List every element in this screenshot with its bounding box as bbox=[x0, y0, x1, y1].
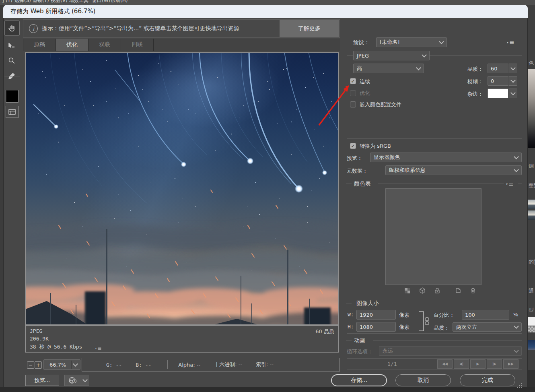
preview-color-value: 显示器颜色 bbox=[374, 154, 400, 161]
link-dimensions-icon[interactable] bbox=[418, 311, 430, 332]
new-color-icon[interactable] bbox=[455, 287, 461, 294]
artwork-night-sky bbox=[26, 53, 338, 324]
preview-in-browser-button[interactable]: 预览... bbox=[25, 375, 59, 386]
color-table-menu-icon[interactable]: ▾≡ bbox=[506, 180, 514, 188]
dither-checker-icon[interactable] bbox=[404, 287, 411, 294]
bg-panel-label: 型 bbox=[529, 307, 535, 314]
info-icon: i bbox=[29, 24, 38, 33]
first-frame-button[interactable]: ◀◀ bbox=[437, 359, 453, 369]
tab-4up[interactable]: 四联 bbox=[121, 39, 154, 51]
resize-grip[interactable] bbox=[517, 387, 518, 388]
bg-gradient-thumbnail bbox=[528, 69, 535, 148]
cancel-button-label: 取消 bbox=[418, 377, 429, 384]
preview-label: 预览： bbox=[347, 155, 362, 162]
menu-item[interactable]: 视图(V) bbox=[51, 0, 68, 4]
bg-white-swatch bbox=[528, 317, 535, 326]
dialog-title-bar[interactable]: 存储为 Web 所用格式 (66.7%) bbox=[3, 5, 528, 18]
blur-stepper[interactable]: 0 bbox=[488, 76, 517, 86]
format-value: JPEG bbox=[357, 53, 369, 59]
chevron-down-icon bbox=[416, 65, 421, 70]
preset-value: [未命名] bbox=[380, 39, 399, 46]
progressive-checkbox[interactable]: ✓ bbox=[350, 78, 356, 84]
width-input[interactable]: 1920 bbox=[356, 310, 396, 320]
matte-dropdown-button[interactable] bbox=[508, 89, 517, 98]
tab-label: 四联 bbox=[132, 41, 143, 48]
compression-quality-dropdown[interactable]: 高 bbox=[353, 64, 424, 73]
save-button[interactable]: 存储... bbox=[331, 374, 387, 386]
toggle-slices-visibility-button[interactable] bbox=[6, 106, 19, 118]
convert-srgb-label: 转换为 sRGB bbox=[360, 142, 391, 150]
quality-stepper[interactable]: 60 bbox=[488, 64, 517, 73]
embed-color-profile-checkbox[interactable] bbox=[350, 101, 356, 107]
blur-stepper-button[interactable] bbox=[508, 76, 517, 86]
next-frame-button[interactable]: |▶ bbox=[487, 359, 502, 369]
bars-glyph: ≡ bbox=[508, 180, 514, 188]
color-table-toolbar bbox=[404, 287, 476, 294]
width-unit: 像素 bbox=[399, 312, 409, 319]
height-input[interactable]: 1080 bbox=[356, 322, 396, 332]
hand-tool-button[interactable] bbox=[4, 21, 20, 36]
zoom-out-button[interactable]: − bbox=[27, 361, 34, 369]
loop-options-value: 永远 bbox=[383, 347, 393, 355]
format-dropdown[interactable]: JPEG bbox=[353, 51, 430, 60]
convert-srgb-checkbox[interactable]: ✓ bbox=[350, 143, 356, 149]
decor-line bbox=[373, 340, 522, 341]
web-shift-cube-icon[interactable] bbox=[419, 287, 426, 294]
matte-color-swatch[interactable] bbox=[488, 89, 508, 98]
decor-line bbox=[518, 184, 522, 184]
slice-select-tool-button[interactable] bbox=[4, 38, 19, 53]
menu-item[interactable]: 滤镜(T) bbox=[33, 0, 49, 4]
previous-frame-button[interactable]: ◀| bbox=[454, 359, 469, 369]
preview-color-dropdown[interactable]: 显示器颜色 bbox=[370, 153, 522, 162]
menu-item[interactable]: 增效工具 bbox=[69, 0, 88, 4]
tab-2up[interactable]: 双联 bbox=[88, 39, 121, 51]
menu-item[interactable]: 字(Y) bbox=[1, 0, 12, 4]
learn-more-button[interactable]: 了解更多 bbox=[280, 20, 339, 37]
hex-label: 十六进制: bbox=[214, 361, 237, 367]
zoom-level-select[interactable]: 66.7% bbox=[43, 359, 80, 370]
g-value: -- bbox=[115, 362, 122, 368]
decor-line bbox=[449, 42, 505, 42]
width-label: W: bbox=[348, 312, 354, 318]
decor-line bbox=[346, 184, 352, 184]
download-time: 38 秒 @ 56.6 Kbps bbox=[30, 343, 82, 351]
trash-icon[interactable] bbox=[470, 287, 476, 294]
optimize-menu-icon[interactable]: ▾≡ bbox=[507, 39, 514, 46]
animation-title: 动画 bbox=[354, 337, 365, 345]
g-label: G: bbox=[106, 362, 113, 368]
tab-optimized[interactable]: 优化 bbox=[56, 39, 88, 51]
tab-original[interactable]: 原稿 bbox=[23, 39, 56, 51]
optimized-checkbox bbox=[350, 90, 356, 96]
download-speed-menu-icon[interactable]: ▾≡ bbox=[95, 345, 101, 352]
color-table-swatch-area[interactable] bbox=[385, 188, 482, 285]
optimized-label: 优化 bbox=[360, 90, 370, 97]
preview-image[interactable] bbox=[25, 52, 339, 325]
b-label: B: bbox=[136, 362, 142, 368]
matte-picker[interactable] bbox=[488, 89, 517, 98]
resample-dropdown[interactable]: 两次立方 bbox=[453, 322, 522, 332]
play-button[interactable]: ▶ bbox=[470, 359, 486, 369]
menu-item[interactable]: 选择(S) bbox=[14, 0, 31, 4]
hand-icon bbox=[8, 24, 16, 33]
percent-input[interactable]: 100 bbox=[462, 310, 509, 320]
chevron-down-icon bbox=[510, 78, 516, 83]
bg-panel-label: 的预 bbox=[529, 258, 535, 266]
browser-preview-split-button[interactable]: ? bbox=[64, 375, 89, 386]
menu-item[interactable]: 窗口(W) bbox=[92, 0, 110, 4]
lock-icon[interactable] bbox=[434, 287, 440, 294]
last-frame-button[interactable]: ▶▶ bbox=[503, 359, 519, 369]
background-panels-strip: 色 调 整预 的预 通 型 bbox=[528, 5, 535, 387]
app-menubar-fragment: 字(Y) 选择(S) 滤镜(T) 视图(V) 增效工具 窗口(W) 帮助(H) bbox=[0, 0, 535, 5]
index-label: 索引: bbox=[256, 361, 268, 367]
zoom-in-button[interactable]: + bbox=[35, 361, 42, 369]
file-format: JPEG bbox=[30, 328, 42, 334]
quality-stepper-button[interactable] bbox=[508, 64, 517, 73]
metadata-dropdown[interactable]: 版权和联系信息 bbox=[385, 165, 522, 175]
eyedropper-color-swatch[interactable] bbox=[6, 90, 19, 103]
menu-item[interactable]: 帮助(H) bbox=[111, 0, 128, 4]
zoom-tool-button[interactable] bbox=[4, 54, 19, 68]
cancel-button[interactable]: 取消 bbox=[395, 374, 451, 386]
preset-dropdown[interactable]: [未命名] bbox=[376, 37, 447, 47]
done-button[interactable]: 完成 bbox=[460, 374, 515, 386]
blur-label: 模糊： bbox=[467, 78, 483, 85]
